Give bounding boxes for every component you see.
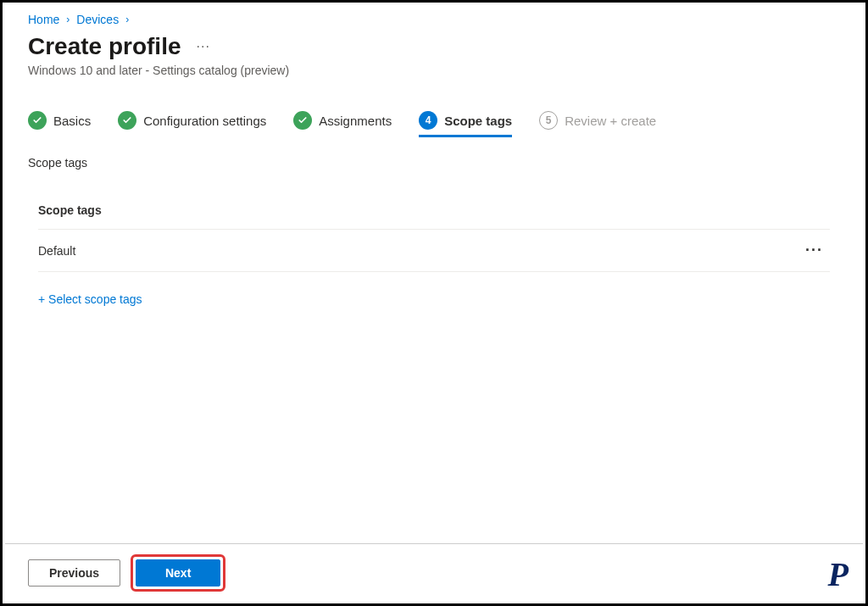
step-basics[interactable]: Basics xyxy=(28,111,91,137)
table-row: Default ··· xyxy=(38,230,830,272)
step-scope-tags[interactable]: 4 Scope tags xyxy=(419,111,512,137)
step-config-settings[interactable]: Configuration settings xyxy=(118,111,266,137)
wizard-footer: Previous Next xyxy=(28,554,225,592)
step-review-create[interactable]: 5 Review + create xyxy=(539,111,656,137)
checkmark-icon xyxy=(293,111,312,130)
step-label: Basics xyxy=(53,114,91,128)
previous-button[interactable]: Previous xyxy=(28,559,120,587)
next-button-highlight: Next xyxy=(131,554,225,592)
step-label: Review + create xyxy=(565,114,656,128)
checkmark-icon xyxy=(28,111,47,130)
brand-logo: P xyxy=(828,558,849,592)
footer-divider xyxy=(5,543,863,544)
chevron-right-icon: › xyxy=(66,14,70,25)
select-scope-tags-link[interactable]: + Select scope tags xyxy=(38,272,830,306)
breadcrumb-home[interactable]: Home xyxy=(28,13,59,26)
page-title: Create profile xyxy=(28,33,181,60)
checkmark-icon xyxy=(118,111,136,130)
step-label: Assignments xyxy=(319,114,392,128)
more-icon[interactable]: ··· xyxy=(197,39,210,54)
step-number-icon: 4 xyxy=(419,111,437,130)
more-icon[interactable]: ··· xyxy=(805,242,830,259)
step-number-icon: 5 xyxy=(539,111,558,130)
page-subtitle: Windows 10 and later - Settings catalog … xyxy=(28,64,840,77)
section-heading: Scope tags xyxy=(28,156,840,170)
step-assignments[interactable]: Assignments xyxy=(293,111,392,137)
step-label: Configuration settings xyxy=(143,114,266,128)
scope-tag-name: Default xyxy=(38,244,75,258)
chevron-right-icon: › xyxy=(125,14,129,25)
table-column-header: Scope tags xyxy=(38,203,830,230)
wizard-stepper: Basics Configuration settings Assignment… xyxy=(28,111,840,137)
breadcrumb-devices[interactable]: Devices xyxy=(76,13,119,26)
step-label: Scope tags xyxy=(444,114,512,128)
next-button[interactable]: Next xyxy=(136,559,220,587)
breadcrumb: Home › Devices › xyxy=(28,13,840,26)
